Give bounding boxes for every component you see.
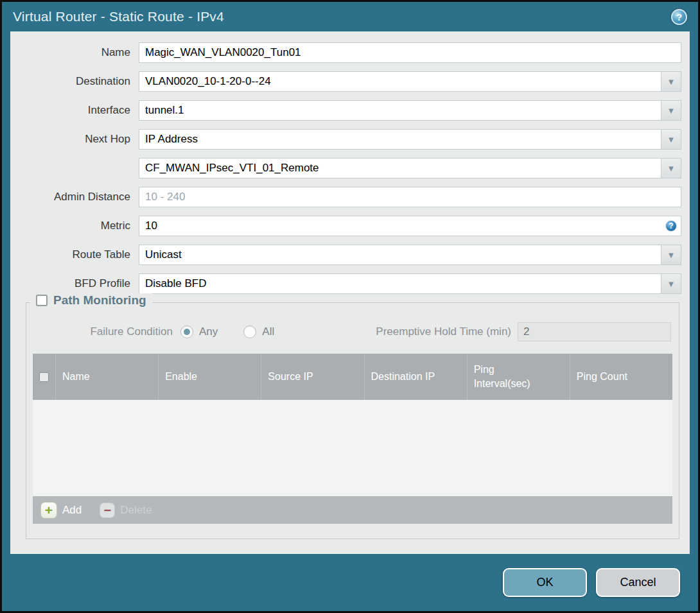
failure-condition-row: Failure Condition Any All Preemptive Hol… (33, 322, 672, 341)
metric-help-icon[interactable]: ? (665, 220, 677, 232)
interface-row: Interface ▼ (10, 100, 681, 121)
column-header-destination-ip: Destination IP (364, 354, 467, 400)
add-button[interactable]: + Add (40, 502, 82, 519)
delete-minus-icon: − (100, 503, 115, 518)
path-monitoring-section: Path Monitoring Failure Condition Any Al… (26, 302, 679, 539)
route-table-label: Route Table (10, 248, 139, 261)
metric-input[interactable] (139, 216, 681, 236)
dialog-title: Virtual Router - Static Route - IPv4 (13, 9, 224, 24)
dialog-body: Name Destination ▼ Interface ▼ Next Hop (10, 31, 690, 554)
delete-button-label: Delete (120, 504, 152, 517)
admin-distance-row: Admin Distance (10, 187, 681, 207)
next-hop-row: Next Hop ▼ (10, 129, 681, 150)
next-hop-dropdown-button[interactable]: ▼ (661, 129, 681, 150)
help-icon[interactable]: ? (671, 9, 687, 25)
failure-condition-all-radio[interactable] (243, 325, 256, 338)
interface-input[interactable] (139, 100, 661, 121)
next-hop-label: Next Hop (10, 133, 139, 146)
name-row: Name (10, 42, 681, 63)
failure-condition-any-radio[interactable] (180, 325, 193, 338)
preemptive-hold-time-input[interactable] (518, 322, 671, 341)
preemptive-hold-time-label: Preemptive Hold Time (min) (376, 325, 518, 338)
bfd-profile-input[interactable] (139, 273, 661, 294)
name-label: Name (10, 46, 139, 59)
next-hop-address-dropdown-button[interactable]: ▼ (661, 158, 681, 178)
metric-label: Metric (10, 220, 139, 232)
metric-row: Metric ? (10, 216, 681, 236)
column-header-ping-count: Ping Count (570, 354, 672, 400)
route-table-input[interactable] (139, 245, 661, 265)
name-input[interactable] (139, 42, 681, 63)
select-all-checkbox[interactable] (39, 372, 49, 382)
failure-condition-any-label: Any (199, 325, 218, 338)
dialog-footer: OK Cancel (2, 554, 698, 611)
destination-label: Destination (10, 75, 139, 88)
table-header: Name Enable Source IP Destination IP Pin… (33, 354, 672, 400)
bfd-profile-label: BFD Profile (10, 277, 139, 290)
column-header-ping-interval: Ping Interval(sec) (467, 354, 570, 400)
add-plus-icon: + (40, 502, 57, 519)
bfd-profile-row: BFD Profile ▼ (10, 273, 681, 294)
interface-label: Interface (10, 104, 139, 117)
titlebar: Virtual Router - Static Route - IPv4 ? (2, 2, 698, 31)
bfd-profile-dropdown-button[interactable]: ▼ (661, 273, 681, 294)
admin-distance-label: Admin Distance (10, 191, 139, 203)
destination-row: Destination ▼ (10, 71, 681, 92)
failure-condition-all-label: All (262, 325, 274, 338)
table-body-empty (33, 400, 672, 496)
path-monitoring-legend: Path Monitoring (30, 293, 152, 307)
route-table-row: Route Table ▼ (10, 245, 681, 265)
column-header-enable: Enable (158, 354, 261, 400)
delete-button[interactable]: − Delete (100, 503, 152, 518)
route-table-dropdown-button[interactable]: ▼ (661, 245, 681, 265)
next-hop-address-input[interactable] (139, 158, 661, 178)
column-header-name: Name (55, 354, 158, 400)
dialog-window: Virtual Router - Static Route - IPv4 ? N… (0, 0, 700, 613)
next-hop-type-input[interactable] (139, 129, 661, 150)
interface-dropdown-button[interactable]: ▼ (661, 100, 681, 121)
table-toolbar: + Add − Delete (33, 496, 672, 524)
path-monitoring-checkbox[interactable] (36, 295, 48, 306)
column-header-source-ip: Source IP (261, 354, 363, 400)
add-button-label: Add (62, 504, 82, 517)
destination-dropdown-button[interactable]: ▼ (661, 71, 681, 92)
path-monitoring-table: Name Enable Source IP Destination IP Pin… (33, 354, 672, 524)
failure-condition-label: Failure Condition (33, 325, 180, 338)
select-all-cell (33, 354, 55, 400)
cancel-button[interactable]: Cancel (596, 568, 680, 597)
path-monitoring-title: Path Monitoring (53, 293, 146, 307)
next-hop-address-row: ▼ (10, 158, 681, 178)
ok-button[interactable]: OK (503, 568, 587, 597)
destination-input[interactable] (139, 71, 661, 92)
admin-distance-input[interactable] (139, 187, 681, 207)
